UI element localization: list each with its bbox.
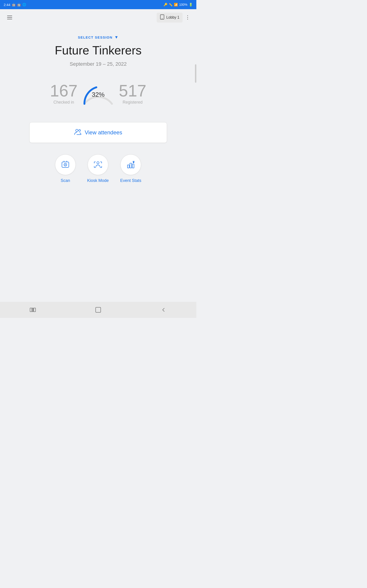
scan-icon-circle <box>55 154 76 175</box>
edit-icon: ✏️ <box>169 3 173 6</box>
main-content: SELECT SESSION ▼ Future Tinkerers Septem… <box>0 26 196 188</box>
svg-point-2 <box>76 129 78 132</box>
chrome-icon: 🌐 <box>22 3 26 6</box>
session-selector-label: SELECT SESSION <box>78 35 113 39</box>
checked-in-label: Checked in <box>53 100 74 105</box>
event-stats-label: Event Stats <box>120 178 141 183</box>
hamburger-line-3 <box>7 19 12 19</box>
svg-rect-10 <box>132 164 134 168</box>
svg-point-6 <box>65 164 66 165</box>
action-buttons-row: Scan Kiosk Mode <box>55 154 141 183</box>
scan-label: Scan <box>60 178 70 183</box>
nav-home-button[interactable] <box>91 305 105 314</box>
view-attendees-button[interactable]: View attendees <box>29 122 167 143</box>
status-bar-left: 2:44 🤖 🤖 🌐 <box>4 3 26 7</box>
battery-display: 100% <box>179 3 187 6</box>
event-stats-button[interactable]: Event Stats <box>120 154 141 183</box>
dropdown-arrow-icon: ▼ <box>115 35 119 40</box>
scan-button[interactable]: Scan <box>55 154 76 183</box>
battery-icon: 🔋 <box>189 3 193 6</box>
overflow-menu-button[interactable]: ⋮ <box>184 13 192 22</box>
event-stats-icon <box>126 160 135 169</box>
svg-point-7 <box>97 162 99 164</box>
wifi-icon: 📶 <box>174 3 178 6</box>
svg-point-1 <box>162 18 162 19</box>
android-icon-1: 🤖 <box>12 3 16 6</box>
status-bar: 2:44 🤖 🤖 🌐 🔑 ✏️ 📶 100% 🔋 <box>0 0 196 9</box>
attendees-icon <box>74 129 81 137</box>
status-bar-right: 🔑 ✏️ 📶 100% 🔋 <box>164 3 193 6</box>
event-title: Future Tinkerers <box>55 44 142 57</box>
app-bar: Lobby 1 ⋮ <box>0 9 196 26</box>
svg-rect-11 <box>30 308 32 312</box>
svg-rect-14 <box>96 307 101 312</box>
time-display: 2:44 <box>4 3 10 7</box>
kiosk-mode-icon <box>93 160 102 169</box>
bottom-nav <box>0 302 196 318</box>
svg-point-3 <box>79 130 81 131</box>
checked-in-number: 167 <box>50 82 77 99</box>
donut-chart: 32% <box>80 78 117 108</box>
hamburger-line-2 <box>7 17 12 18</box>
view-attendees-label: View attendees <box>85 129 122 136</box>
kiosk-mode-label: Kiosk Mode <box>87 178 109 183</box>
nav-back-button[interactable] <box>157 305 170 314</box>
nav-recent-apps-button[interactable] <box>26 305 40 314</box>
android-icon-2: 🤖 <box>17 3 21 6</box>
event-stats-icon-circle <box>120 154 141 175</box>
recent-apps-icon <box>30 307 36 312</box>
hamburger-line-1 <box>7 16 12 16</box>
lobby-button[interactable]: Lobby 1 <box>157 13 183 23</box>
checked-in-stat: 167 Checked in <box>50 82 77 105</box>
registered-number: 517 <box>119 82 146 99</box>
kiosk-mode-button[interactable]: Kiosk Mode <box>87 154 109 183</box>
event-date-range: September 19 – 25, 2022 <box>70 61 127 67</box>
svg-rect-13 <box>34 308 35 312</box>
hamburger-menu-button[interactable] <box>5 12 15 23</box>
kiosk-icon-circle <box>88 154 108 175</box>
registered-label: Registered <box>123 100 143 105</box>
tablet-icon <box>160 15 165 21</box>
percentage-label: 32% <box>92 91 105 98</box>
lobby-label: Lobby 1 <box>166 15 179 19</box>
registered-stat: 517 Registered <box>119 82 146 105</box>
scan-icon <box>61 160 70 169</box>
scroll-indicator <box>195 64 196 83</box>
home-icon <box>95 307 101 313</box>
back-icon <box>161 307 166 312</box>
session-selector[interactable]: SELECT SESSION ▼ <box>78 35 119 40</box>
svg-rect-8 <box>127 165 129 168</box>
app-bar-right: Lobby 1 ⋮ <box>157 13 192 23</box>
svg-rect-9 <box>130 163 132 168</box>
stats-section: 167 Checked in 32% 517 Registered <box>50 78 146 108</box>
svg-rect-12 <box>32 308 33 312</box>
key-icon: 🔑 <box>164 3 167 6</box>
